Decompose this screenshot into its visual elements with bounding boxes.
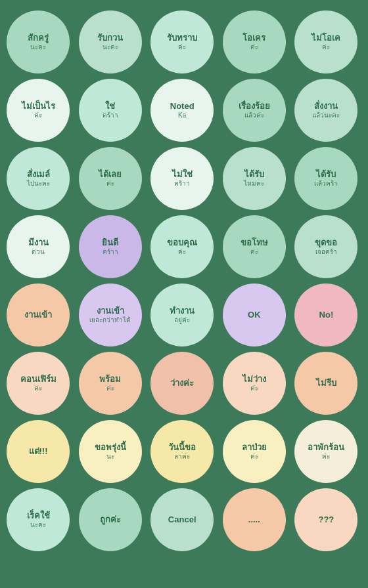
sticker-38-main: Cancel <box>168 514 196 525</box>
sticker-34-sub: ค่ะ <box>250 453 258 461</box>
sticker-28-main: ว่างค่ะ <box>170 378 194 388</box>
sticker-34[interactable]: ลาป่วยค่ะ <box>223 420 286 483</box>
sticker-18-main: ขอบคุณ <box>167 238 197 248</box>
sticker-39[interactable]: ..... <box>223 488 286 551</box>
sticker-6-main: ไม่เป็นไร <box>22 101 55 112</box>
sticker-29-sub: ค่ะ <box>250 385 258 392</box>
sticker-22[interactable]: งานเข้าเยอะกว่าทำได้ <box>79 284 142 346</box>
sticker-5-sub: ค่ะ <box>322 43 330 51</box>
sticker-13-main: ไม่ใช่ <box>172 169 193 180</box>
sticker-26[interactable]: คอนเฟิร์มค่ะ <box>7 352 70 415</box>
sticker-12-main: ได้เลย <box>99 169 122 180</box>
sticker-23-sub: อยู่ค่ะ <box>174 316 190 324</box>
sticker-9-sub: แล้วค่ะ <box>244 112 264 119</box>
sticker-15-sub: แล้วคร้า <box>314 180 338 188</box>
sticker-19-sub: ค่ะ <box>250 248 258 256</box>
sticker-16-main: มีงาน <box>28 238 49 248</box>
sticker-13[interactable]: ไม่ใช่คร้าา <box>150 147 214 210</box>
sticker-11[interactable]: สั่งเมล์ไปนะคะ <box>7 147 70 210</box>
sticker-1[interactable]: สักครู่นะคะ <box>7 10 70 74</box>
sticker-15[interactable]: ได้รับแล้วคร้า <box>294 147 357 210</box>
sticker-4-main: โอเคร <box>242 33 265 43</box>
sticker-22-main: งานเข้า <box>97 306 124 316</box>
sticker-29[interactable]: ไม่ว่างค่ะ <box>223 352 286 415</box>
sticker-10-main: สั่งงาน <box>314 101 338 112</box>
sticker-3[interactable]: รับทราบค่ะ <box>150 10 214 74</box>
sticker-13-sub: คร้าา <box>174 180 190 188</box>
sticker-14-sub: ไหมคะ <box>244 180 264 188</box>
sticker-19[interactable]: ขอโทษค่ะ <box>223 215 286 278</box>
sticker-grid: สักครู่นะคะรับกวนนะคะรับทราบค่ะโอเครค่ะไ… <box>0 0 368 562</box>
sticker-20-sub: เจอคร้า <box>315 248 337 256</box>
sticker-8-sub: Ka <box>178 112 186 119</box>
sticker-28[interactable]: ว่างค่ะ <box>150 352 214 415</box>
sticker-3-sub: ค่ะ <box>178 43 186 51</box>
sticker-11-main: สั่งเมล์ <box>27 169 50 180</box>
sticker-27[interactable]: พร้อมค่ะ <box>79 352 142 415</box>
sticker-39-main: ..... <box>248 514 260 525</box>
sticker-10-sub: แล้วนะคะ <box>312 112 340 119</box>
sticker-20[interactable]: ขุดขอเจอคร้า <box>294 215 357 278</box>
sticker-36[interactable]: เร็คใช้นะคะ <box>7 488 70 551</box>
sticker-29-main: ไม่ว่าง <box>242 374 266 385</box>
sticker-30[interactable]: ไม่รีบ <box>294 352 357 415</box>
sticker-26-main: คอนเฟิร์ม <box>20 374 57 385</box>
sticker-19-main: ขอโทษ <box>241 238 268 248</box>
sticker-18[interactable]: ขอบคุณค่ะ <box>150 215 214 278</box>
sticker-33-main: วันนี้ขอ <box>168 442 196 453</box>
sticker-20-main: ขุดขอ <box>315 238 337 248</box>
sticker-24[interactable]: OK <box>223 284 286 346</box>
sticker-1-main: สักครู่ <box>28 33 49 43</box>
sticker-21[interactable]: งานเข้า <box>7 284 70 346</box>
sticker-12-sub: ค่ะ <box>106 180 114 188</box>
sticker-5-main: ไม่โอเค <box>311 33 340 43</box>
sticker-24-main: OK <box>248 310 261 320</box>
sticker-14[interactable]: ได้รับไหมคะ <box>223 147 286 210</box>
sticker-7-sub: คร้าา <box>103 112 118 119</box>
sticker-32[interactable]: ขอพรุ่งนี้นะ <box>79 420 142 483</box>
sticker-23-main: ทำงาน <box>170 306 195 316</box>
sticker-8[interactable]: NotedKa <box>150 79 214 142</box>
sticker-33[interactable]: วันนี้ขอลาค่ะ <box>150 420 214 483</box>
sticker-17-sub: คร้าา <box>103 248 118 256</box>
sticker-8-main: Noted <box>170 101 195 112</box>
sticker-35-sub: ค่ะ <box>322 453 330 461</box>
sticker-32-main: ขอพรุ่งนี้ <box>95 442 126 453</box>
sticker-27-main: พร้อม <box>99 374 121 385</box>
sticker-2-main: รับกวน <box>97 33 123 43</box>
sticker-32-sub: นะ <box>106 453 114 461</box>
sticker-35[interactable]: อาพักร้อนค่ะ <box>294 420 357 483</box>
sticker-3-main: รับทราบ <box>167 33 197 43</box>
sticker-4[interactable]: โอเครค่ะ <box>223 10 286 74</box>
sticker-36-main: เร็คใช้ <box>27 511 50 521</box>
sticker-16[interactable]: มีงานด่วน <box>7 215 70 278</box>
sticker-40[interactable]: ??? <box>294 488 357 551</box>
sticker-35-main: อาพักร้อน <box>308 442 344 453</box>
sticker-12[interactable]: ได้เลยค่ะ <box>79 147 142 210</box>
sticker-25-main: No! <box>319 310 334 320</box>
sticker-2[interactable]: รับกวนนะคะ <box>79 10 142 74</box>
sticker-2-sub: นะคะ <box>103 43 118 51</box>
sticker-9[interactable]: เรื่องร้อยแล้วค่ะ <box>223 79 286 142</box>
sticker-9-main: เรื่องร้อย <box>239 101 270 112</box>
sticker-40-main: ??? <box>318 514 334 525</box>
sticker-10[interactable]: สั่งงานแล้วนะคะ <box>294 79 357 142</box>
sticker-7[interactable]: ใช่คร้าา <box>79 79 142 142</box>
sticker-23[interactable]: ทำงานอยู่ค่ะ <box>150 284 214 346</box>
sticker-37[interactable]: ถูกค่ะ <box>79 488 142 551</box>
sticker-22-sub: เยอะกว่าทำได้ <box>89 316 131 324</box>
sticker-6[interactable]: ไม่เป็นไรค่ะ <box>7 79 70 142</box>
sticker-37-main: ถูกค่ะ <box>100 514 121 525</box>
sticker-31[interactable]: แต่!!! <box>7 420 70 483</box>
sticker-30-main: ไม่รีบ <box>316 378 336 388</box>
sticker-11-sub: ไปนะคะ <box>27 180 50 188</box>
sticker-38[interactable]: Cancel <box>150 488 214 551</box>
sticker-1-sub: นะคะ <box>30 43 46 51</box>
sticker-34-main: ลาป่วย <box>242 442 267 453</box>
sticker-5[interactable]: ไม่โอเคค่ะ <box>294 10 357 74</box>
sticker-4-sub: ค่ะ <box>250 43 258 51</box>
sticker-17[interactable]: ยินดีคร้าา <box>79 215 142 278</box>
sticker-6-sub: ค่ะ <box>34 112 42 119</box>
sticker-25[interactable]: No! <box>294 284 357 346</box>
sticker-7-main: ใช่ <box>105 101 115 112</box>
